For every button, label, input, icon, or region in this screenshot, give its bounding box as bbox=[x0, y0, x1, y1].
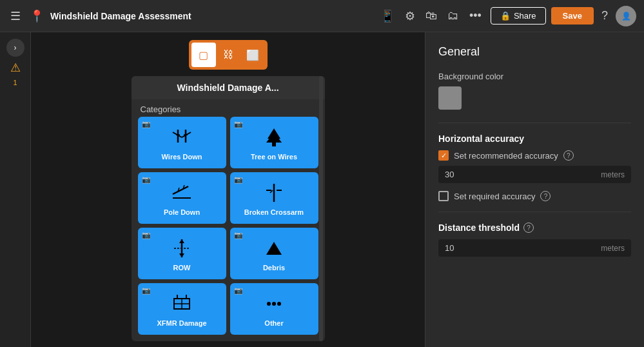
row-icon bbox=[170, 237, 193, 260]
camera-icon-debris: 📷 bbox=[234, 231, 243, 239]
broken-crossarm-icon bbox=[262, 181, 286, 204]
camera-icon-broken-crossarm: 📷 bbox=[234, 175, 243, 184]
tree-on-wires-label: Tree on Wires bbox=[251, 153, 297, 161]
app-title: Windshield Damage Assessment bbox=[50, 11, 191, 21]
left-sidebar: › ⚠ 1 bbox=[0, 32, 31, 347]
avatar: 👤 bbox=[616, 6, 636, 26]
svg-rect-8 bbox=[272, 143, 276, 146]
recommended-accuracy-input-row: meters bbox=[438, 166, 631, 183]
navbar-left: ☰ 📍 Windshield Damage Assessment bbox=[8, 6, 371, 26]
categories-grid: 📷 Wires Down 📷 bbox=[132, 117, 325, 341]
help-icon[interactable]: ? bbox=[599, 6, 610, 25]
svg-point-28 bbox=[272, 302, 276, 306]
panel-title: General bbox=[438, 45, 631, 59]
link-icon: ⛓ bbox=[223, 49, 233, 61]
phone-view-button[interactable]: ▢ bbox=[191, 43, 216, 67]
required-accuracy-help-icon[interactable]: ? bbox=[540, 191, 551, 201]
recommended-accuracy-input[interactable] bbox=[445, 170, 601, 179]
layout-icon: ⬜ bbox=[246, 49, 259, 61]
recommended-accuracy-label: Set recommended accuracy bbox=[454, 151, 558, 161]
recommended-accuracy-row: Set recommended accuracy ? bbox=[438, 150, 631, 161]
save-button[interactable]: Save bbox=[551, 7, 594, 25]
warning-icon: ⚠ bbox=[10, 61, 21, 75]
wires-down-label: Wires Down bbox=[162, 153, 202, 161]
camera-icon-other: 📷 bbox=[234, 286, 243, 295]
layout-view-button[interactable]: ⬜ bbox=[240, 43, 265, 67]
more-icon[interactable]: ••• bbox=[467, 6, 484, 25]
warning-count: 1 bbox=[13, 79, 17, 86]
svg-line-9 bbox=[173, 186, 188, 194]
category-item-pole-down[interactable]: 📷 Pole Down bbox=[138, 172, 226, 224]
menu-icon[interactable]: ☰ bbox=[8, 6, 23, 26]
category-item-row[interactable]: 📷 ROW bbox=[138, 228, 226, 279]
divider-1 bbox=[438, 123, 631, 123]
app-preview-card: Windshield Damage A... Categories 📷 Wire… bbox=[132, 76, 325, 341]
svg-point-27 bbox=[267, 302, 271, 306]
recommended-accuracy-unit: meters bbox=[601, 170, 625, 179]
recommended-accuracy-help-icon[interactable]: ? bbox=[563, 150, 574, 161]
app-logo-icon: 📍 bbox=[30, 9, 44, 23]
link-view-button[interactable]: ⛓ bbox=[216, 43, 240, 67]
category-item-debris[interactable]: 📷 Debris bbox=[230, 228, 318, 279]
divider-2 bbox=[438, 212, 631, 212]
other-label: Other bbox=[264, 319, 283, 327]
xfmr-damage-icon bbox=[170, 292, 193, 315]
tree-on-wires-icon bbox=[262, 126, 286, 149]
bg-color-swatch[interactable] bbox=[438, 86, 462, 110]
navbar: ☰ 📍 Windshield Damage Assessment 📱 ⚙ 🛍 🗂… bbox=[0, 0, 644, 32]
right-panel: General Background color Horizontal accu… bbox=[425, 32, 644, 347]
camera-icon-tree-on-wires: 📷 bbox=[234, 120, 243, 128]
recommended-accuracy-checkbox[interactable] bbox=[438, 150, 449, 161]
required-accuracy-label: Set required accuracy bbox=[454, 192, 535, 201]
bg-color-label: Background color bbox=[438, 72, 631, 81]
navbar-center: 📱 ⚙ 🛍 🗂 ••• bbox=[378, 6, 484, 26]
distance-threshold-input[interactable] bbox=[445, 243, 601, 253]
sidebar-toggle-button[interactable]: › bbox=[6, 39, 24, 57]
share-button[interactable]: 🔒 Share bbox=[491, 7, 546, 25]
camera-icon-xfmr-damage: 📷 bbox=[142, 286, 151, 295]
phone-icon: ▢ bbox=[199, 49, 208, 61]
preview-toolbar: ▢ ⛓ ⬜ bbox=[189, 40, 268, 70]
required-accuracy-checkbox[interactable] bbox=[438, 191, 449, 201]
mobile-preview-icon[interactable]: 📱 bbox=[378, 6, 397, 26]
wires-down-icon bbox=[170, 126, 193, 149]
required-accuracy-row: Set required accuracy ? bbox=[438, 191, 631, 201]
distance-threshold-unit: meters bbox=[601, 244, 625, 253]
category-item-broken-crossarm[interactable]: 📷 Broken Crossarm bbox=[230, 172, 318, 224]
svg-marker-18 bbox=[179, 239, 184, 243]
svg-marker-19 bbox=[179, 253, 184, 257]
debris-icon bbox=[262, 237, 286, 260]
center-content: ▢ ⛓ ⬜ Windshield Damage A... Categories … bbox=[31, 32, 425, 347]
camera-icon-wires-down: 📷 bbox=[142, 120, 151, 128]
category-item-xfmr-damage[interactable]: 📷 XFMR Damage bbox=[138, 283, 226, 335]
xfmr-damage-label: XFMR Damage bbox=[157, 319, 206, 327]
debris-label: Debris bbox=[263, 264, 285, 272]
distance-threshold-input-row: meters bbox=[438, 239, 631, 257]
distance-threshold-help-icon[interactable]: ? bbox=[523, 223, 534, 233]
category-item-tree-on-wires[interactable]: 📷 Tree on Wires bbox=[230, 117, 318, 168]
scrollbar[interactable] bbox=[319, 76, 323, 341]
row-label: ROW bbox=[173, 264, 191, 272]
layers-icon[interactable]: 🗂 bbox=[445, 6, 462, 25]
category-item-wires-down[interactable]: 📷 Wires Down bbox=[138, 117, 226, 168]
camera-icon-pole-down: 📷 bbox=[142, 175, 151, 184]
navbar-right: 🔒 Share Save ? 👤 bbox=[491, 6, 636, 26]
distance-threshold-title: Distance threshold bbox=[438, 223, 520, 233]
main-layout: › ⚠ 1 ▢ ⛓ ⬜ Windshield Damage A... Categ… bbox=[0, 32, 644, 347]
publish-icon[interactable]: 🛍 bbox=[423, 6, 440, 25]
share-lock-icon: 🔒 bbox=[500, 11, 511, 21]
categories-label: Categories bbox=[132, 99, 325, 117]
pole-down-label: Pole Down bbox=[164, 208, 200, 216]
pole-down-icon bbox=[170, 181, 193, 204]
svg-marker-21 bbox=[266, 242, 282, 255]
settings-icon[interactable]: ⚙ bbox=[402, 6, 418, 26]
category-item-other[interactable]: 📷 Other bbox=[230, 283, 318, 335]
broken-crossarm-label: Broken Crossarm bbox=[244, 208, 304, 216]
app-preview-header: Windshield Damage A... bbox=[132, 76, 325, 99]
svg-point-29 bbox=[277, 302, 281, 306]
horizontal-accuracy-title: Horizontal accuracy bbox=[438, 134, 631, 144]
other-icon bbox=[262, 292, 286, 315]
camera-icon-row: 📷 bbox=[142, 231, 151, 239]
